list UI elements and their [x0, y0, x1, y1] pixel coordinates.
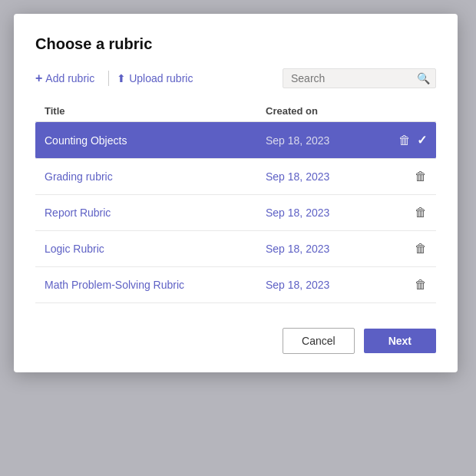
row-date: Sep 18, 2023 [266, 243, 381, 255]
delete-icon[interactable]: 🗑 [415, 242, 427, 256]
row-actions: 🗑 ✓ [381, 133, 427, 147]
row-date: Sep 18, 2023 [266, 279, 381, 291]
search-input[interactable] [291, 72, 414, 84]
delete-icon[interactable]: 🗑 [415, 278, 427, 292]
row-date: Sep 18, 2023 [266, 207, 381, 219]
row-actions: 🗑 [381, 242, 427, 256]
toolbar: + Add rubric ⬆ Upload rubric 🔍 [35, 68, 436, 88]
row-title: Counting Objects [45, 134, 266, 147]
plus-icon: + [35, 71, 42, 85]
delete-icon[interactable]: 🗑 [415, 170, 427, 183]
modal-footer: Cancel Next [35, 328, 436, 354]
row-date: Sep 18, 2023 [266, 134, 381, 147]
upload-icon: ⬆ [117, 72, 126, 84]
modal-dialog: Choose a rubric + Add rubric ⬆ Upload ru… [14, 14, 458, 372]
delete-icon[interactable]: 🗑 [415, 206, 427, 220]
column-header-title: Title [45, 105, 266, 117]
upload-rubric-button[interactable]: ⬆ Upload rubric [117, 69, 193, 88]
row-actions: 🗑 [381, 206, 427, 220]
row-actions: 🗑 [381, 278, 427, 292]
search-box: 🔍 [283, 68, 436, 88]
table-row[interactable]: Math Problem-Solving Rubric Sep 18, 2023… [35, 267, 436, 303]
toolbar-divider [108, 71, 109, 86]
cancel-button[interactable]: Cancel [283, 328, 355, 354]
next-button[interactable]: Next [364, 329, 436, 353]
table-row[interactable]: Counting Objects Sep 18, 2023 🗑 ✓ [35, 122, 436, 159]
table-row[interactable]: Grading rubric Sep 18, 2023 🗑 [35, 159, 436, 195]
row-title: Math Problem-Solving Rubric [45, 279, 266, 291]
check-icon: ✓ [417, 133, 427, 147]
upload-rubric-label: Upload rubric [129, 72, 193, 84]
row-title: Logic Rubric [45, 243, 266, 255]
column-header-created: Created on [266, 105, 381, 117]
add-rubric-button[interactable]: + Add rubric [35, 68, 101, 88]
table-row[interactable]: Report Rubric Sep 18, 2023 🗑 [35, 195, 436, 231]
table-header: Title Created on [35, 101, 436, 122]
modal-title: Choose a rubric [35, 35, 436, 53]
search-icon: 🔍 [417, 72, 430, 84]
row-title: Report Rubric [45, 207, 266, 219]
row-actions: 🗑 [381, 170, 427, 183]
add-rubric-label: Add rubric [45, 72, 94, 84]
row-date: Sep 18, 2023 [266, 170, 381, 183]
table-row[interactable]: Logic Rubric Sep 18, 2023 🗑 [35, 231, 436, 267]
row-title: Grading rubric [45, 170, 266, 183]
delete-icon[interactable]: 🗑 [398, 134, 411, 147]
